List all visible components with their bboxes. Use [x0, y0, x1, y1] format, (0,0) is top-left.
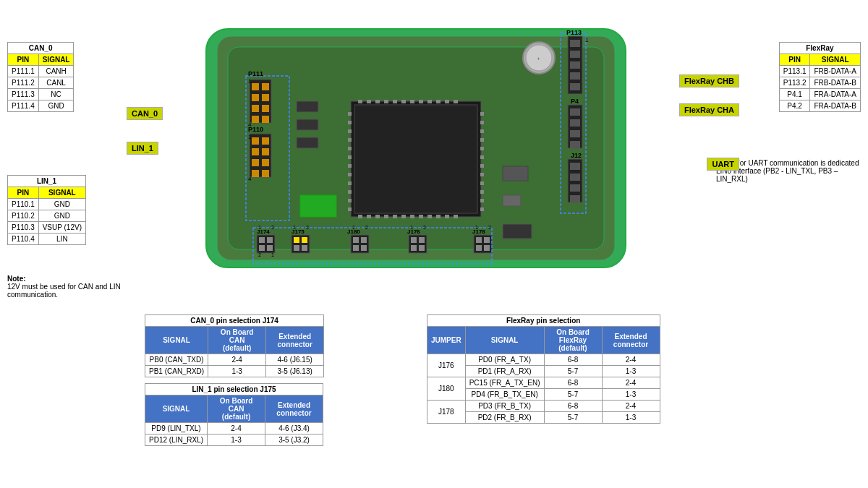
svg-text:1: 1	[248, 78, 252, 85]
svg-rect-7	[375, 100, 380, 103]
svg-rect-68	[570, 195, 580, 202]
svg-rect-103	[411, 237, 417, 243]
lin1-header-pin: PIN	[8, 187, 39, 199]
can0-table: CAN_0 PIN SIGNAL P111.1 CANH P111.2 CANL…	[7, 42, 74, 112]
svg-rect-83	[252, 159, 259, 166]
table-row: PB1 (CAN_RXD) 1-3 3-5 (J6.13)	[145, 366, 324, 377]
flexray-sel-h1: JUMPER	[427, 327, 466, 354]
svg-rect-99	[361, 237, 367, 243]
can0-header-signal: SIGNAL	[38, 54, 74, 66]
flexray-row3-pin: P4.1	[779, 89, 810, 100]
table-row: P110.4 LIN	[8, 234, 86, 245]
lin1-row3-pin: P110.3	[8, 222, 39, 234]
can0-sel-h1: SIGNAL	[145, 327, 208, 354]
svg-rect-12	[419, 100, 423, 103]
can0-sel-r1c1: PB0 (CAN_TXD)	[145, 354, 208, 366]
can0-row1-signal: CANH	[38, 66, 74, 77]
table-row: P110.1 GND	[8, 199, 86, 210]
can0-row1-pin: P111.1	[8, 66, 39, 77]
svg-rect-63	[570, 141, 580, 148]
can0-sel-title: CAN_0 pin selection J174	[145, 315, 324, 327]
svg-rect-80	[262, 137, 269, 145]
svg-rect-14	[436, 100, 441, 103]
svg-rect-58	[570, 83, 580, 90]
note-title: Note:	[7, 275, 26, 283]
table-row: J176 PD0 (FR_A_TX) 6-8 2-4	[427, 354, 660, 366]
can0-sel-r2c1: PB1 (CAN_RXD)	[145, 366, 208, 377]
svg-text:1: 1	[410, 225, 413, 230]
table-row: PD12 (LIN_RXL) 1-3 3-5 (J3.2)	[145, 435, 323, 446]
svg-rect-20	[384, 215, 388, 218]
svg-rect-25	[427, 215, 432, 218]
flexray-sel-r1c4: 2-4	[602, 354, 660, 366]
flexray-sel-r5c2: PD3 (FR_B_TX)	[465, 401, 544, 412]
table-row: P111.2 CANL	[8, 77, 74, 89]
table-row: P111.3 NC	[8, 89, 74, 100]
lin1-row4-signal: LIN	[38, 234, 85, 245]
svg-rect-46	[480, 155, 484, 159]
svg-text:J178: J178	[472, 228, 485, 235]
flexray-sel-r5c4: 2-4	[602, 401, 660, 412]
svg-rect-89	[267, 237, 273, 243]
svg-rect-55	[570, 51, 580, 58]
svg-text:1: 1	[258, 225, 261, 230]
flexray-row2-pin: P113.2	[779, 77, 810, 89]
flexray-sel-table: FlexRay pin selection JUMPER SIGNAL On B…	[427, 314, 660, 424]
svg-rect-104	[419, 237, 425, 243]
svg-rect-98	[353, 237, 359, 243]
flexray-sel-r2c3: 5-7	[544, 366, 602, 377]
svg-rect-21	[393, 215, 397, 218]
flexray-header-pin: PIN	[779, 54, 810, 66]
svg-rect-95	[294, 245, 299, 251]
flexray-sel-r5-jumper: J178	[427, 401, 466, 424]
svg-rect-148	[503, 224, 532, 239]
flexray-row1-signal: FRB-DATA-A	[810, 66, 861, 77]
flexray-chb-label: FlexRay CHB	[679, 74, 739, 87]
svg-text:1: 1	[585, 37, 589, 43]
svg-text:2: 2	[258, 252, 261, 257]
svg-rect-4	[354, 105, 477, 213]
svg-rect-93	[294, 237, 299, 243]
svg-rect-106	[419, 245, 425, 251]
can0-row4-signal: GND	[38, 100, 74, 112]
svg-text:1: 1	[293, 225, 296, 230]
svg-rect-67	[570, 184, 580, 192]
svg-rect-96	[302, 245, 307, 251]
svg-rect-23	[410, 215, 414, 218]
svg-text:+: +	[537, 56, 540, 62]
svg-text:2: 2	[423, 225, 426, 230]
svg-text:4: 4	[248, 176, 252, 182]
svg-rect-90	[259, 245, 265, 251]
lin1-sel-h3: Extended connector	[265, 395, 323, 423]
svg-rect-147	[297, 137, 318, 148]
lin1-board-label: LIN_1	[127, 142, 158, 155]
lin1-sel-table: LIN_1 pin selection J175 SIGNAL On Board…	[145, 383, 323, 446]
table-row: P111.4 GND	[8, 100, 74, 112]
can0-sel-r2c3: 3-5 (J6.13)	[266, 366, 324, 377]
svg-rect-36	[348, 173, 352, 176]
svg-rect-33	[348, 147, 352, 150]
svg-rect-150	[503, 166, 528, 181]
svg-rect-100	[353, 245, 359, 251]
svg-rect-29	[348, 112, 352, 116]
table-row: P110.2 GND	[8, 210, 86, 222]
svg-text:2: 2	[271, 225, 274, 230]
svg-rect-86	[262, 170, 269, 177]
svg-rect-82	[262, 148, 269, 155]
note-left: Note: 12V must be used for CAN and LIN c…	[7, 275, 123, 299]
svg-rect-43	[480, 129, 484, 133]
svg-rect-26	[436, 215, 441, 218]
can0-title: CAN_0	[8, 43, 74, 54]
flexray-sel-h4: Extended connector	[602, 327, 660, 354]
svg-rect-149	[300, 195, 336, 217]
lin1-sel-r2c1: PD12 (LIN_RXL)	[145, 435, 208, 446]
lin1-sel-r1c1: PD9 (LIN_TXL)	[145, 423, 208, 435]
table-row: J178 PD3 (FR_B_TX) 6-8 2-4	[427, 401, 660, 412]
svg-rect-94	[302, 237, 307, 243]
table-row: PD9 (LIN_TXL) 2-4 4-6 (J3.4)	[145, 423, 323, 435]
svg-rect-77	[262, 116, 269, 123]
flexray-sel-r6c4: 1-3	[602, 412, 660, 424]
svg-rect-13	[427, 100, 432, 103]
uart-label: UART	[707, 158, 739, 171]
lin1-sel-h1: SIGNAL	[145, 395, 208, 423]
